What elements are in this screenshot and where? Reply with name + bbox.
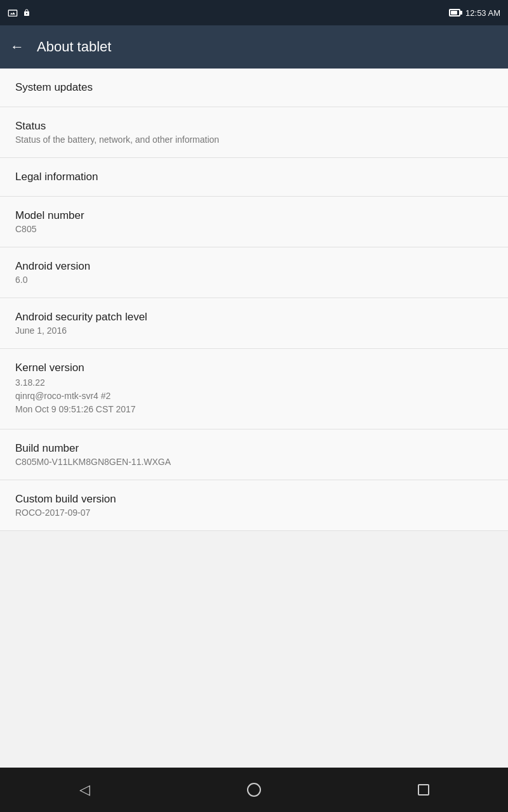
status-bar-right: 12:53 AM: [449, 8, 500, 18]
settings-item-subtitle-build-number: C805M0-V11LKM8GN8GEN-11.WXGA: [15, 457, 493, 467]
settings-item-title-system-updates: System updates: [15, 81, 493, 94]
status-bar-left-icons: [8, 8, 30, 18]
status-time: 12:53 AM: [465, 8, 500, 18]
settings-item-kernel-version[interactable]: Kernel version3.18.22qinrq@roco-mtk-svr4…: [0, 349, 508, 429]
navigation-bar: ◁: [0, 768, 508, 812]
settings-item-subtitle-model-number: C805: [15, 224, 493, 234]
page-title: About tablet: [37, 39, 111, 55]
settings-item-title-model-number: Model number: [15, 209, 493, 222]
settings-item-model-number[interactable]: Model numberC805: [0, 197, 508, 247]
nav-recent-icon: [418, 784, 429, 796]
lock-icon: [23, 8, 30, 18]
nav-home-button[interactable]: [235, 771, 273, 809]
app-bar: ← About tablet: [0, 25, 508, 69]
settings-item-title-custom-build-version: Custom build version: [15, 493, 493, 506]
settings-item-subtitle-android-version: 6.0: [15, 275, 493, 285]
settings-item-subtitle-kernel-version: 3.18.22qinrq@roco-mtk-svr4 #2Mon Oct 9 0…: [15, 376, 493, 416]
settings-item-legal-information[interactable]: Legal information: [0, 158, 508, 197]
settings-item-subtitle-custom-build-version: ROCO-2017-09-07: [15, 508, 493, 518]
nav-back-icon: ◁: [79, 782, 90, 798]
battery-icon: [449, 9, 460, 16]
settings-item-build-number[interactable]: Build numberC805M0-V11LKM8GN8GEN-11.WXGA: [0, 429, 508, 480]
settings-item-title-status: Status: [15, 120, 493, 133]
nav-home-icon: [247, 783, 261, 797]
status-bar: 12:53 AM: [0, 0, 508, 25]
settings-item-custom-build-version[interactable]: Custom build versionROCO-2017-09-07: [0, 480, 508, 531]
settings-list: System updatesStatusStatus of the batter…: [0, 69, 508, 768]
settings-item-title-android-version: Android version: [15, 260, 493, 273]
settings-item-title-legal-information: Legal information: [15, 171, 493, 183]
settings-item-android-security-patch[interactable]: Android security patch levelJune 1, 2016: [0, 298, 508, 349]
settings-item-title-android-security-patch: Android security patch level: [15, 311, 493, 324]
settings-item-system-updates[interactable]: System updates: [0, 69, 508, 107]
nav-recent-button[interactable]: [404, 771, 443, 809]
settings-item-title-kernel-version: Kernel version: [15, 362, 493, 374]
settings-item-title-build-number: Build number: [15, 442, 493, 455]
settings-item-subtitle-status: Status of the battery, network, and othe…: [15, 134, 493, 145]
settings-item-android-version[interactable]: Android version6.0: [0, 247, 508, 298]
photo-icon: [8, 8, 18, 17]
nav-back-button[interactable]: ◁: [65, 771, 104, 809]
settings-item-status[interactable]: StatusStatus of the battery, network, an…: [0, 107, 508, 158]
settings-item-subtitle-android-security-patch: June 1, 2016: [15, 325, 493, 336]
back-button[interactable]: ←: [10, 39, 24, 55]
